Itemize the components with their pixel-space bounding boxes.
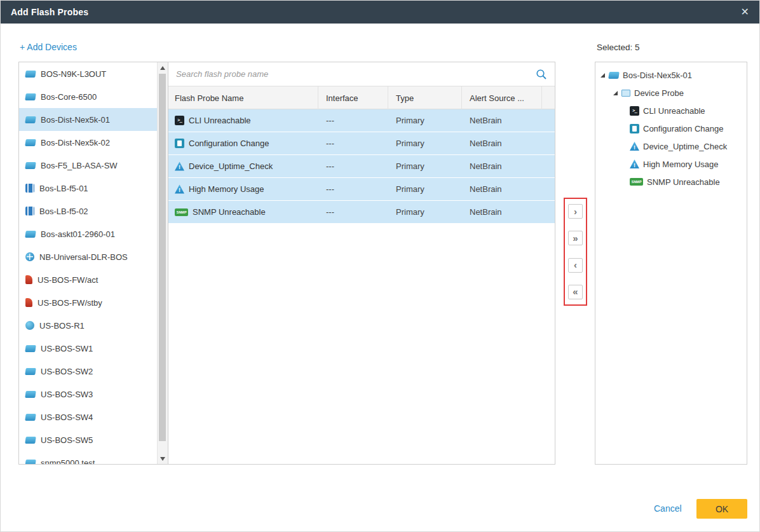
selected-tree-panel: Bos-Dist-Nex5k-01 Device Probe CLI Unrea… [595, 62, 747, 465]
config-probe-icon [175, 139, 184, 148]
move-all-right-button[interactable]: » [568, 231, 583, 245]
device-name-label: US-BOS-FW/act [37, 275, 98, 285]
probe-table-row[interactable]: High Memory Usage --- Primary NetBrain [168, 178, 555, 201]
device-list: BOS-N9K-L3OUT Bos-Core-6500 Bos-Dist-Nex… [19, 62, 168, 464]
switch-icon [25, 162, 36, 169]
close-icon[interactable]: ✕ [741, 7, 749, 17]
device-list-item[interactable]: US-BOS-SW5 [19, 428, 157, 451]
probe-name-label: SNMP Unreachable [193, 207, 266, 217]
add-devices-link[interactable]: + Add Devices [20, 42, 77, 52]
device-list-item[interactable]: US-BOS-SW1 [19, 337, 157, 360]
tree-node-device-probe-group[interactable]: Device Probe [599, 84, 743, 102]
device-list-item[interactable]: Bos-F5_LB-ASA-SW [19, 154, 157, 177]
probe-interface-cell: --- [318, 184, 388, 194]
ok-button[interactable]: OK [696, 499, 747, 519]
device-list-panel: BOS-N9K-L3OUT Bos-Core-6500 Bos-Dist-Nex… [18, 62, 168, 465]
probe-search-input[interactable] [176, 69, 531, 79]
probe-interface-cell: --- [318, 116, 388, 125]
tree-node-probe[interactable]: SNMP Unreachable [599, 173, 743, 191]
switch-icon [608, 72, 620, 79]
chevron-left-icon: ‹ [574, 259, 577, 270]
tree-node-device[interactable]: Bos-Dist-Nex5k-01 [599, 66, 743, 84]
tree-node-probe[interactable]: Configuration Change [599, 119, 743, 137]
switch-icon [25, 139, 36, 146]
device-name-label: Bos-Dist-Nex5k-01 [41, 115, 110, 125]
probe-alert-source-cell: NetBrain [462, 184, 542, 194]
tree-probe-label: High Memory Usage [643, 160, 719, 169]
device-list-item[interactable]: US-BOS-FW/act [19, 268, 157, 291]
device-list-item[interactable]: Bos-askt01-2960-01 [19, 222, 157, 245]
cli-probe-icon [175, 116, 184, 125]
scrollbar-thumb[interactable] [159, 74, 166, 441]
device-list-item[interactable]: Bos-Core-6500 [19, 85, 157, 108]
config-probe-icon [630, 124, 639, 133]
probe-table-row[interactable]: SNMP Unreachable --- Primary NetBrain [168, 201, 555, 224]
switch-icon [25, 93, 36, 100]
tree-node-probe[interactable]: CLI Unreachable [599, 102, 743, 119]
tree-probe-label: CLI Unreachable [643, 106, 705, 116]
probe-table-row[interactable]: CLI Unreachable --- Primary NetBrain [168, 109, 555, 132]
device-name-label: US-BOS-FW/stby [37, 298, 102, 308]
globe-icon [25, 252, 34, 261]
device-list-item[interactable]: US-BOS-SW4 [19, 406, 157, 428]
device-list-item[interactable]: Bos-LB-f5-01 [19, 177, 157, 200]
expander-icon[interactable] [601, 73, 605, 78]
device-list-item[interactable]: US-BOS-FW/stby [19, 291, 157, 314]
probe-interface-cell: --- [318, 161, 388, 171]
device-probe-icon [621, 90, 630, 97]
column-header-interface[interactable]: Interface [318, 86, 388, 109]
switch-icon [25, 414, 36, 421]
tree-node-probe[interactable]: Device_Uptime_Check [599, 137, 743, 155]
cancel-button[interactable]: Cancel [654, 503, 682, 514]
lb-icon [25, 184, 34, 193]
selected-count-label: Selected: 5 [597, 43, 640, 52]
probe-type-cell: Primary [388, 116, 462, 125]
probe-alert-source-cell: NetBrain [462, 207, 542, 217]
snmp-probe-icon [630, 178, 643, 186]
device-list-item[interactable]: US-BOS-SW2 [19, 360, 157, 383]
switch-icon [25, 437, 36, 444]
device-name-label: Bos-Dist-Nex5k-02 [41, 138, 110, 147]
search-icon[interactable] [536, 69, 547, 80]
switch-icon [25, 460, 36, 465]
device-list-item[interactable]: snmp5000 test [19, 451, 157, 464]
snmp-probe-icon [175, 208, 188, 216]
column-header-type[interactable]: Type [388, 86, 462, 109]
switch-icon [25, 345, 36, 352]
probe-name-label: Configuration Change [189, 139, 269, 148]
probe-type-cell: Primary [388, 184, 462, 194]
column-header-alert-source[interactable]: Alert Source ... [462, 86, 542, 109]
device-list-scrollbar[interactable] [157, 62, 168, 464]
device-name-label: Bos-askt01-2960-01 [41, 229, 115, 239]
device-list-item[interactable]: BOS-N9K-L3OUT [19, 62, 157, 85]
device-name-label: Bos-LB-f5-02 [39, 207, 88, 216]
probe-table-row[interactable]: Configuration Change --- Primary NetBrai… [168, 132, 555, 155]
probe-alert-source-cell: NetBrain [462, 116, 542, 125]
probe-alert-source-cell: NetBrain [462, 139, 542, 148]
probe-table-header: Flash Probe Name Interface Type Alert So… [168, 86, 555, 109]
move-all-left-button[interactable]: « [568, 285, 583, 299]
scroll-down-button[interactable] [158, 453, 168, 464]
probe-type-cell: Primary [388, 139, 462, 148]
probe-name-cell: Configuration Change [168, 139, 318, 148]
probe-table-row[interactable]: Device_Uptime_Check --- Primary NetBrain [168, 155, 555, 178]
probe-search-row [168, 62, 555, 86]
expander-icon[interactable] [613, 91, 618, 95]
device-list-item[interactable]: Bos-LB-f5-02 [19, 200, 157, 222]
dialog-title: Add Flash Probes [11, 7, 88, 17]
move-left-button[interactable]: ‹ [568, 258, 583, 273]
warn-probe-icon [630, 142, 639, 151]
device-list-item[interactable]: US-BOS-R1 [19, 314, 157, 337]
device-list-item[interactable]: NB-Universal-DLR-BOS [19, 245, 157, 268]
device-name-label: snmp5000 test [41, 458, 95, 465]
scroll-up-button[interactable] [158, 62, 168, 73]
add-flash-probes-dialog: Add Flash Probes ✕ + Add Devices Selecte… [0, 0, 760, 532]
firewall-icon [25, 275, 32, 284]
column-header-flash-probe-name[interactable]: Flash Probe Name [168, 86, 318, 109]
device-list-item[interactable]: US-BOS-SW3 [19, 383, 157, 406]
device-list-item[interactable]: Bos-Dist-Nex5k-01 [19, 108, 157, 131]
device-list-item[interactable]: Bos-Dist-Nex5k-02 [19, 131, 157, 154]
move-right-button[interactable]: › [568, 204, 583, 219]
device-name-label: Bos-LB-f5-01 [39, 184, 88, 193]
tree-node-probe[interactable]: High Memory Usage [599, 155, 743, 173]
